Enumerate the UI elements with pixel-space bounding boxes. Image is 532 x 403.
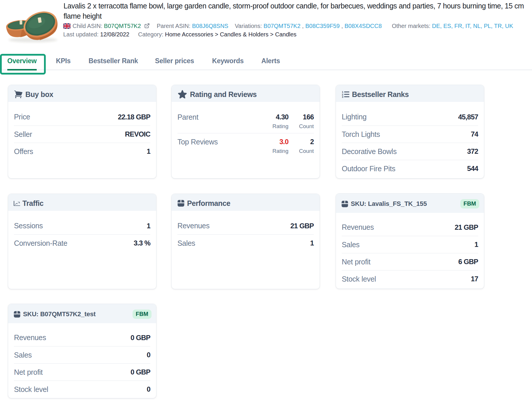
svg-text:3: 3: [342, 96, 343, 98]
